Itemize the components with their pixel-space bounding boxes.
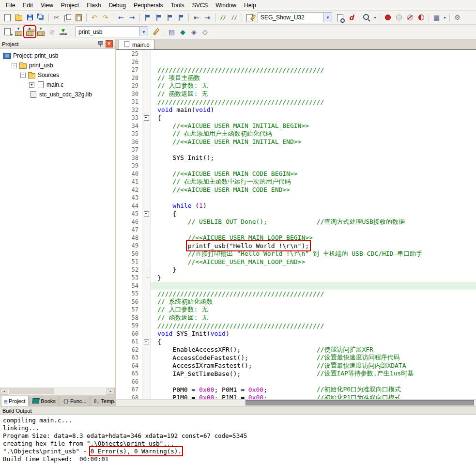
bookmark-next-icon[interactable] xyxy=(165,13,175,23)
panel-tab-books[interactable]: Books xyxy=(29,396,59,406)
configure-target-icon[interactable] xyxy=(245,13,255,23)
code-line[interactable]: 29// 入口参数: 无 xyxy=(116,82,476,90)
build-icon[interactable] xyxy=(14,27,24,37)
wrench-icon[interactable]: ⚙ xyxy=(452,13,462,23)
fold-margin[interactable] xyxy=(142,338,151,346)
code-line[interactable]: 26 xyxy=(116,58,476,66)
copy-icon[interactable] xyxy=(62,13,73,23)
collapse-icon[interactable]: − xyxy=(20,73,26,78)
select-device-icon[interactable]: ◈ xyxy=(189,27,199,37)
chevron-down-icon[interactable] xyxy=(139,27,148,36)
fold-margin[interactable] xyxy=(142,210,151,218)
indent-icon[interactable]: ⇥ xyxy=(202,13,213,23)
code-line[interactable]: 50 //直接打印输出 "Hello World !\r\n" 到 主机端的 U… xyxy=(116,250,476,258)
code-line[interactable]: 62 EnableAccessXFR(); //使能访问扩展XFR xyxy=(116,346,476,354)
debug-session-icon[interactable]: d xyxy=(346,13,356,23)
code-line[interactable]: 52 } xyxy=(116,266,476,274)
code-line[interactable]: 31//////////////////////////////////////… xyxy=(116,98,476,106)
code-line[interactable]: 53} xyxy=(116,274,476,282)
target-select-combo[interactable]: SEG_Show_U32 xyxy=(258,12,332,23)
code-line[interactable]: 65 IAP_SetTimeBase(); //设置IAP等待参数,产生1us时… xyxy=(116,370,476,378)
code-line[interactable]: 48 //<<AICUBE_USER_MAIN_LOOP_BEGIN>> xyxy=(116,234,476,242)
uncomment-icon[interactable]: // xyxy=(229,13,239,23)
code-line[interactable]: 35 // 在此添加用户主函数初始化代码 xyxy=(116,130,476,138)
menu-item-file[interactable]: File xyxy=(2,1,19,10)
scroll-right-arrow-icon[interactable] xyxy=(107,388,115,395)
code-line[interactable]: 33{ xyxy=(116,114,476,122)
code-line[interactable]: 54 xyxy=(116,282,476,290)
pin-icon[interactable] xyxy=(97,41,104,47)
code-line[interactable]: 27//////////////////////////////////////… xyxy=(116,66,476,74)
code-line[interactable]: 45 { xyxy=(116,210,476,218)
chevron-down-icon[interactable] xyxy=(323,13,332,22)
menu-item-window[interactable]: Window xyxy=(212,1,240,10)
new-file-icon[interactable] xyxy=(2,13,13,23)
breakpoint-enable-all-icon[interactable] xyxy=(416,13,426,23)
save-all-icon[interactable] xyxy=(36,13,46,23)
menu-item-tools[interactable]: Tools xyxy=(167,1,188,10)
code-line[interactable]: 61{ xyxy=(116,338,476,346)
fold-collapse-icon[interactable] xyxy=(144,115,149,121)
expand-icon[interactable]: + xyxy=(29,82,34,88)
code-line[interactable]: 34 //<<AICUBE_USER_MAIN_INITIAL_BEGIN>> xyxy=(116,122,476,130)
run-time-environment-icon[interactable]: ◆ xyxy=(178,27,188,37)
options-for-target-icon[interactable] xyxy=(151,27,161,37)
tree-item-main-c[interactable]: +main.c xyxy=(0,80,115,90)
bookmark-prev-icon[interactable] xyxy=(154,13,164,23)
code-line[interactable]: 38 SYS_Init(); xyxy=(116,154,476,162)
code-line[interactable]: 58// 函数返回: 无 xyxy=(116,314,476,322)
code-line[interactable]: 41 // 在此添加主函数中运行一次的用户代码 xyxy=(116,178,476,186)
paste-icon[interactable] xyxy=(74,13,84,23)
tree-item-stc-usb-cdc-32g-lib[interactable]: stc_usb_cdc_32g.lib xyxy=(0,90,115,99)
menu-item-flash[interactable]: Flash xyxy=(83,1,105,10)
code-line[interactable]: 37 xyxy=(116,146,476,154)
pack-installer-icon[interactable]: ◇ xyxy=(200,27,210,37)
code-line[interactable]: 42 //<<AICUBE_USER_MAIN_CODE_END>> xyxy=(116,186,476,194)
bookmark-clear-icon[interactable] xyxy=(176,13,186,23)
code-line[interactable]: 46 // USBLIB_OUT_Done(); //查询方式处理USB接收的数… xyxy=(116,218,476,226)
code-line[interactable]: 66 xyxy=(116,378,476,386)
code-line[interactable]: 47 xyxy=(116,226,476,234)
code-line[interactable]: 25 xyxy=(116,50,476,58)
code-line[interactable]: 63 AccessCodeFastest(); //设置最快速度访问程序代码 xyxy=(116,354,476,362)
nav-forward-icon[interactable]: → xyxy=(127,13,137,23)
code-line[interactable]: 28// 项目主函数 xyxy=(116,74,476,82)
code-line[interactable]: 32void main(void) xyxy=(116,106,476,114)
editor-hscrollbar[interactable] xyxy=(116,399,476,406)
dropdown-arrow-icon[interactable]: ▾ xyxy=(372,13,378,23)
code-line[interactable]: 36 //<<AICUBE_USER_MAIN_INITIAL_END>> xyxy=(116,138,476,146)
source-browser-icon[interactable] xyxy=(335,13,345,23)
scrollbar-track[interactable] xyxy=(8,388,107,395)
code-line[interactable]: 51 //<<AICUBE_USER_MAIN_LOOP_END>> xyxy=(116,258,476,266)
dropdown-arrow-icon[interactable]: ▾ xyxy=(442,13,447,23)
find-in-files-icon[interactable] xyxy=(362,13,372,23)
code-line[interactable]: 59//////////////////////////////////////… xyxy=(116,322,476,330)
panel-tab-func[interactable]: {}Func... xyxy=(60,396,90,406)
nav-back-icon[interactable]: ← xyxy=(116,13,126,23)
code-line[interactable]: 67 P0M0 = 0x00; P0M1 = 0x00; //初始化P0口为准双… xyxy=(116,386,476,394)
code-line[interactable]: 60void SYS_Init(void) xyxy=(116,330,476,338)
rebuild-icon[interactable] xyxy=(25,27,35,37)
scrollbar-thumb[interactable] xyxy=(9,388,54,394)
code-line[interactable]: 56// 系统初始化函数 xyxy=(116,298,476,306)
batch-build-icon[interactable] xyxy=(36,27,46,37)
bookmark-toggle-icon[interactable] xyxy=(142,13,153,23)
manage-project-items-icon[interactable]: ▤ xyxy=(167,27,177,37)
unindent-icon[interactable]: ⇤ xyxy=(191,13,201,23)
menu-item-view[interactable]: View xyxy=(37,1,57,10)
fold-collapse-icon[interactable] xyxy=(144,211,149,217)
menu-item-project[interactable]: Project xyxy=(57,1,83,10)
scrollbar-thumb[interactable] xyxy=(246,400,474,405)
tree-item-project-print-usb[interactable]: Project: print_usb xyxy=(0,51,115,61)
editor-tab-main-c[interactable]: main.c xyxy=(119,40,154,49)
code-line[interactable]: 40 //<<AICUBE_USER_MAIN_CODE_BEGIN>> xyxy=(116,170,476,178)
load-icon[interactable]: LOAD xyxy=(58,27,68,37)
translate-icon[interactable] xyxy=(2,27,13,37)
code-line[interactable]: 44 while (1) xyxy=(116,202,476,210)
scroll-left-arrow-icon[interactable] xyxy=(0,388,8,395)
code-line[interactable]: 68 P1M0 = 0x00; P1M1 = 0x00; //初始化P1口为准双… xyxy=(116,394,476,400)
code-line[interactable]: 39 xyxy=(116,162,476,170)
fold-collapse-icon[interactable] xyxy=(144,339,149,344)
collapse-icon[interactable]: − xyxy=(12,63,17,68)
code-editor[interactable]: 252627//////////////////////////////////… xyxy=(116,50,476,399)
